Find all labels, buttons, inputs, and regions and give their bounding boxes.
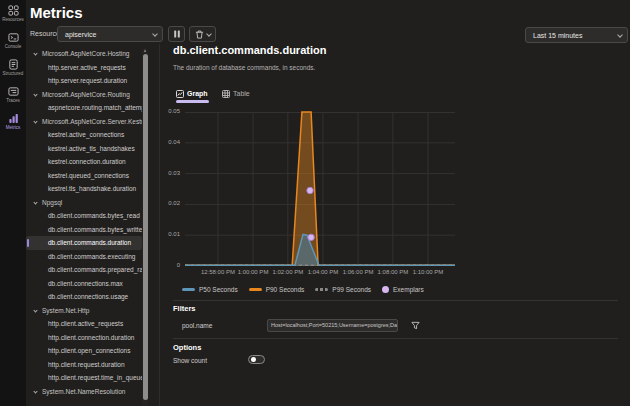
legend-item[interactable]: P50 Seconds (182, 286, 238, 293)
series-line (185, 234, 455, 265)
scrollbar-thumb[interactable] (143, 54, 148, 400)
sidebar-item-label: Structured (3, 71, 24, 76)
tree-row-label: http.client.request.time_in_queue (48, 374, 142, 381)
filter-name-label: pool.name (182, 322, 212, 329)
tree-item[interactable]: db.client.connections.usage (26, 290, 142, 304)
tree-row-label: kestrel.active_tls_handshakes (48, 145, 135, 152)
tree-row-label: http.server.request.duration (48, 77, 127, 84)
pause-telemetry-button[interactable] (168, 26, 185, 42)
chevron-down-icon (617, 32, 623, 38)
tree-item[interactable]: kestrel.queued_connections (26, 169, 142, 183)
legend-item[interactable]: P90 Seconds (249, 286, 305, 293)
series-swatch-icon (315, 288, 328, 291)
time-range-select[interactable]: Last 15 minutes (525, 27, 628, 43)
structured-icon (8, 59, 19, 70)
active-tab-indicator (176, 100, 209, 103)
tree-group[interactable]: Microsoft.AspNetCore.Hosting (26, 47, 142, 61)
sidebar-item-label: Resources (2, 17, 24, 22)
sidebar-item-resources[interactable]: Resources (0, 0, 26, 27)
scroll-up-icon[interactable] (144, 49, 146, 52)
legend-label: P50 Seconds (199, 286, 238, 293)
tree-item[interactable]: db.client.connections.max (26, 277, 142, 291)
tree-item[interactable]: db.client.commands.bytes_read (26, 209, 142, 223)
tree-row-label: kestrel.queued_connections (48, 172, 129, 179)
exemplar-point[interactable] (308, 234, 314, 240)
tree-group[interactable]: Microsoft.AspNetCore.Routing (26, 88, 142, 102)
exemplar-point[interactable] (307, 187, 313, 193)
tree-row-label: http.server.active_requests (48, 64, 126, 71)
filter-value-select[interactable]: Host=localhost;Port=50215;Username=postg… (267, 319, 398, 332)
tree-item[interactable]: kestrel.active_tls_handshakes (26, 142, 142, 156)
filter-funnel-icon[interactable] (411, 321, 420, 330)
tree-item[interactable]: db.client.commands.bytes_written (26, 223, 142, 237)
table-icon (222, 90, 230, 98)
tree-item[interactable]: http.client.open_connections (26, 344, 142, 358)
tree-row-label: Microsoft.AspNetCore.Server.Kestrel (42, 118, 142, 125)
tree-group[interactable]: Microsoft.AspNetCore.Server.Kestrel (26, 115, 142, 129)
tree-row-label: kestrel.tls_handshake.duration (48, 185, 136, 192)
sidebar-item-label: Console (5, 44, 22, 49)
sidebar-item-console[interactable]: Console (0, 27, 26, 54)
divider (173, 300, 618, 301)
y-axis-tick-label: 0.03 (156, 170, 180, 176)
chevron-down-icon (206, 31, 212, 37)
metric-subtitle: The duration of database commands, in se… (173, 64, 315, 71)
series-area (185, 234, 455, 266)
resource-select[interactable]: apiservice (57, 26, 163, 42)
tree-row-label: Npgsql (42, 199, 62, 206)
options-heading: Options (173, 343, 201, 352)
toggle-knob (251, 357, 256, 362)
metric-title: db.client.commands.duration (173, 44, 326, 56)
pause-icon (173, 30, 181, 38)
chevron-down-icon (33, 308, 37, 312)
chevron-down-icon (33, 200, 37, 204)
chevron-down-icon (152, 31, 158, 37)
tree-row-label: db.client.commands.executing (48, 253, 135, 260)
tab-table[interactable]: Table (222, 87, 250, 100)
y-axis-tick-label: 0.01 (156, 231, 180, 237)
tab-graph[interactable]: Graph (176, 87, 208, 100)
sidebar-item-traces[interactable]: Traces (0, 81, 26, 108)
tree-item[interactable]: kestrel.connection.duration (26, 155, 142, 169)
graph-icon (176, 90, 184, 98)
tree-row-label: db.client.connections.max (48, 280, 123, 287)
tree-group[interactable]: System.Net.NameResolution (26, 385, 142, 399)
nav-rail: Resources Console Structured (0, 0, 26, 406)
divider (173, 338, 618, 339)
tree-item[interactable]: http.server.request.duration (26, 74, 142, 88)
console-icon (8, 32, 19, 43)
sidebar-item-structured[interactable]: Structured (0, 54, 26, 81)
tree-item[interactable]: http.client.connection.duration (26, 331, 142, 345)
tree-group[interactable]: Npgsql (26, 196, 142, 210)
tree-item[interactable]: http.client.active_requests (26, 317, 142, 331)
sidebar-item-metrics[interactable]: Metrics (0, 108, 26, 135)
tree-item[interactable]: kestrel.active_connections (26, 128, 142, 142)
tree-item[interactable]: db.client.commands.duration (26, 236, 142, 250)
chevron-down-icon (33, 52, 37, 56)
tree-item[interactable]: db.client.commands.prepared_ratio (26, 263, 142, 277)
tree-item[interactable]: kestrel.tls_handshake.duration (26, 182, 142, 196)
tree-item[interactable]: http.client.request.time_in_queue (26, 371, 142, 385)
chart-legend: P50 SecondsP90 SecondsP99 SecondsExempla… (182, 283, 424, 296)
tree-row-label: kestrel.connection.duration (48, 158, 126, 165)
metrics-chart[interactable] (185, 112, 455, 266)
tree-item[interactable]: aspnetcore.routing.match_attempts (26, 101, 142, 115)
tree-item[interactable]: http.client.request.duration (26, 358, 142, 372)
tree-row-label: db.client.commands.bytes_read (48, 212, 140, 219)
legend-label: Exemplars (393, 286, 424, 293)
tree-item[interactable]: http.server.active_requests (26, 61, 142, 75)
tree-row-label: http.client.active_requests (48, 320, 123, 327)
tab-table-label: Table (233, 90, 250, 97)
sidebar-item-label: Traces (6, 98, 20, 103)
remove-telemetry-button[interactable] (189, 26, 216, 42)
series-area (185, 112, 455, 266)
legend-item[interactable]: P99 Seconds (315, 286, 371, 293)
tree-group[interactable]: System.Net.Http (26, 304, 142, 318)
x-axis-tick-label: 1:10:00 PM (398, 269, 458, 275)
tree-item[interactable]: db.client.commands.executing (26, 250, 142, 264)
legend-item[interactable]: Exemplars (382, 286, 424, 293)
show-count-toggle[interactable] (248, 355, 265, 364)
tab-graph-label: Graph (187, 90, 208, 97)
tree-scrollbar[interactable] (142, 48, 148, 406)
exemplar-swatch-icon (382, 286, 389, 293)
